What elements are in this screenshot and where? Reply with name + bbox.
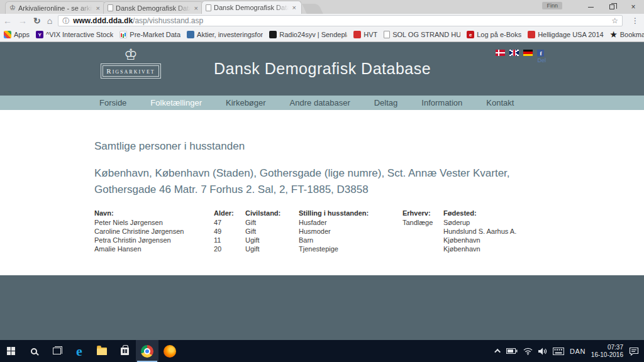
chrome-menu-icon[interactable]: ⋮ bbox=[631, 16, 639, 25]
site-info-icon[interactable]: ⓘ bbox=[62, 16, 69, 26]
col-header-navn: Navn: bbox=[94, 209, 214, 218]
url-host: www.ddd.dda.dk bbox=[73, 16, 133, 25]
cell-civilstand: Ugift bbox=[245, 244, 299, 253]
bookmark-item[interactable]: Helligdage USA 2014 bbox=[528, 31, 604, 38]
cell-stilling: Barn bbox=[299, 236, 402, 244]
cell-navn: Amalie Hansen bbox=[94, 244, 214, 253]
tab-close-icon[interactable]: × bbox=[95, 4, 101, 12]
page-favicon-icon bbox=[108, 4, 113, 11]
tab-title: Dansk Demografisk Data bbox=[214, 4, 289, 11]
radio-icon bbox=[269, 31, 277, 38]
minimize-button[interactable] bbox=[580, 0, 601, 14]
table-row: Amalie Hansen 20 Ugift Tjenestepige Kjøb… bbox=[94, 244, 544, 253]
danish-flag-icon[interactable] bbox=[496, 50, 505, 56]
back-icon[interactable]: ← bbox=[3, 16, 12, 25]
nav-information[interactable]: Information bbox=[421, 98, 462, 107]
start-button[interactable] bbox=[0, 340, 23, 362]
nav-kirkeboger[interactable]: Kirkebøger bbox=[226, 98, 266, 107]
nav-deltag[interactable]: Deltag bbox=[374, 98, 398, 107]
cell-erhverv bbox=[402, 236, 443, 244]
forward-icon[interactable]: → bbox=[18, 16, 27, 25]
keyboard-icon[interactable] bbox=[553, 348, 564, 355]
nav-forside[interactable]: Forside bbox=[99, 98, 126, 107]
nav-folketaellinger[interactable]: Folketællinger bbox=[150, 98, 202, 107]
volume-icon[interactable] bbox=[538, 348, 547, 355]
edge-icon: e bbox=[76, 344, 82, 358]
table-row: Petra Christin Jørgensen 11 Ugift Barn K… bbox=[94, 236, 544, 244]
rigsarkivet-logo[interactable]: ♔ Rigsarkivet bbox=[101, 47, 161, 79]
german-flag-icon[interactable] bbox=[523, 50, 533, 56]
home-icon[interactable]: ⌂ bbox=[47, 16, 52, 25]
page-viewport: ♔ Rigsarkivet Dansk Demografisk Database… bbox=[0, 42, 644, 340]
store-button[interactable] bbox=[113, 340, 136, 362]
new-tab-button[interactable] bbox=[302, 4, 323, 14]
address-line-2: Gothersgade 46 Matr. 7 Forhus 2. Sal, 2,… bbox=[94, 182, 547, 198]
firefox-taskbar-button[interactable] bbox=[158, 340, 181, 362]
cell-erhverv bbox=[402, 227, 443, 236]
cell-stilling: Husfader bbox=[299, 218, 402, 227]
tab-title: Arkivalieronline - se arkiv bbox=[18, 4, 92, 12]
chrome-taskbar-button[interactable] bbox=[136, 340, 158, 362]
bookmark-item[interactable]: Radio24syv | Sendepla bbox=[269, 31, 347, 38]
uk-flag-icon[interactable] bbox=[509, 50, 519, 56]
edge-taskbar-button[interactable]: e bbox=[68, 340, 91, 362]
cell-alder: 11 bbox=[214, 236, 245, 244]
cell-alder: 20 bbox=[214, 244, 245, 253]
facebook-icon[interactable]: f bbox=[537, 50, 544, 57]
bookmark-item[interactable]: SOL OG STRAND HUS bbox=[384, 31, 460, 38]
bookmark-star-icon[interactable]: ☆ bbox=[611, 16, 618, 25]
battery-icon[interactable] bbox=[506, 348, 518, 354]
tab-strip: ♔ Arkivalieronline - se arkiv × Dansk De… bbox=[0, 0, 644, 14]
taskbar-search-button[interactable] bbox=[23, 340, 45, 362]
persons-table: Navn: Alder: Civilstand: Stilling i huss… bbox=[94, 209, 544, 253]
cell-erhverv: Tandlæge bbox=[402, 218, 443, 227]
bookmark-item[interactable]: Y ^VIX Interactive Stock bbox=[36, 31, 113, 38]
bookmark-item[interactable]: Aktier, investeringsfor bbox=[187, 31, 263, 38]
language-indicator[interactable]: DAN bbox=[570, 348, 586, 355]
facebook-share[interactable]: f Del bbox=[537, 50, 546, 63]
bookmark-item[interactable]: e Log på e-Boks bbox=[467, 31, 521, 38]
reload-icon[interactable]: ↻ bbox=[33, 16, 41, 25]
address-bar[interactable]: ⓘ www.ddd.dda.dk/asp/vishusstand.asp ☆ bbox=[58, 15, 623, 26]
windows-taskbar: e bbox=[0, 340, 644, 362]
wifi-icon[interactable] bbox=[523, 348, 533, 355]
eboks-icon: e bbox=[467, 31, 474, 38]
cell-stilling: Tjenestepige bbox=[299, 244, 402, 253]
star-icon: ★ bbox=[610, 31, 618, 38]
clock-time: 07:37 bbox=[591, 344, 623, 351]
tab-ddd-2-active[interactable]: Dansk Demografisk Data × bbox=[201, 1, 302, 14]
cell-alder: 49 bbox=[214, 227, 245, 236]
profile-badge[interactable]: Finn bbox=[542, 2, 562, 9]
action-center-icon[interactable] bbox=[629, 347, 639, 356]
tab-close-icon[interactable]: × bbox=[193, 4, 199, 12]
cell-navn: Caroline Christine Jørgensen bbox=[94, 227, 214, 236]
cell-stilling: Husmoder bbox=[299, 227, 402, 236]
tray-expand-chevron-icon[interactable] bbox=[494, 349, 501, 355]
task-view-button[interactable] bbox=[45, 340, 68, 362]
chart-icon bbox=[119, 31, 127, 38]
cell-fodested: Hundslund S. Aarhus A. bbox=[443, 227, 544, 236]
site-header: ♔ Rigsarkivet Dansk Demografisk Database… bbox=[0, 42, 644, 96]
table-row: Caroline Christine Jørgensen 49 Gift Hus… bbox=[94, 227, 544, 236]
hvt-icon bbox=[353, 31, 361, 38]
close-button[interactable]: × bbox=[623, 0, 644, 14]
chrome-icon bbox=[141, 345, 153, 358]
firefox-icon bbox=[164, 345, 176, 358]
main-content: Samtlige personer i husstanden København… bbox=[0, 110, 644, 275]
tab-arkivalieronline[interactable]: ♔ Arkivalieronline - se arkiv × bbox=[5, 1, 106, 14]
bookmark-item[interactable]: Pre-Market Data bbox=[119, 31, 180, 38]
tab-close-icon[interactable]: × bbox=[291, 4, 297, 11]
bookmark-apps[interactable]: Apps bbox=[4, 31, 30, 38]
window-controls: × bbox=[580, 0, 644, 14]
taskbar-clock[interactable]: 07:37 16-10-2016 bbox=[591, 344, 623, 359]
cell-navn: Petra Christin Jørgensen bbox=[94, 236, 214, 244]
tab-ddd-1[interactable]: Dansk Demografisk Data × bbox=[103, 1, 204, 14]
nav-andre-databaser[interactable]: Andre databaser bbox=[290, 98, 350, 107]
nav-kontakt[interactable]: Kontakt bbox=[486, 98, 514, 107]
file-explorer-button[interactable] bbox=[91, 340, 113, 362]
restore-button[interactable] bbox=[601, 0, 623, 14]
cell-fodested: Kjøbenhavn bbox=[443, 244, 544, 253]
bookmark-item[interactable]: HVT bbox=[353, 31, 377, 38]
col-header-fodested: Fødested: bbox=[443, 209, 544, 218]
bookmark-folder-bookmarks[interactable]: ★ Bookmarks bbox=[610, 31, 644, 38]
